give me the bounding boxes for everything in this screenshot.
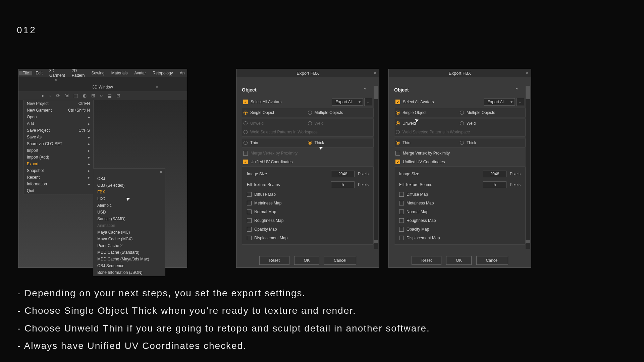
unified-uv-checkbox[interactable]: ✓ [395, 160, 400, 164]
submenu-item-bone-information-json-[interactable]: Bone Information (JSON) [93, 269, 165, 276]
metalness-map-checkbox[interactable] [247, 201, 252, 205]
menubar-item-retopology[interactable]: Retopology [149, 71, 176, 75]
tool-icon[interactable]: ⇲ [65, 93, 69, 98]
expand-button[interactable]: ⌄ [516, 98, 524, 106]
submenu-item-mdd-cache-maya-ds-max-[interactable]: MDD Cache (Maya/3ds Max) [93, 256, 165, 262]
submenu-item-maya-cache-mc-[interactable]: Maya Cache (MC) [93, 229, 165, 236]
close-icon[interactable]: ✕ [525, 71, 528, 75]
tool-icon[interactable]: ◐ [83, 93, 87, 98]
normal-map-checkbox[interactable] [399, 209, 404, 214]
menubar-item-sewing[interactable]: Sewing [88, 71, 108, 75]
thin-radio[interactable] [244, 141, 248, 145]
map-label: Diffuse Map [254, 192, 276, 197]
menu-item-save-as[interactable]: Save As ▸ [23, 134, 93, 140]
menu-item-open[interactable]: Open ▸ [23, 114, 93, 120]
tool-icon[interactable]: ⊞ [91, 93, 95, 98]
fill-texture-input[interactable]: 5 [483, 181, 506, 188]
displacement-map-checkbox[interactable] [399, 236, 404, 240]
menu-item-new-project[interactable]: New ProjectCtrl+N [23, 100, 93, 107]
menu-item-add[interactable]: Add ▸ [23, 120, 93, 127]
menubar-item-an[interactable]: An [176, 71, 188, 75]
submenu-item-maya-cache-mcx-[interactable]: Maya Cache (MCX) [93, 236, 165, 242]
roughness-map-checkbox[interactable] [399, 218, 404, 223]
scrollbar[interactable] [526, 86, 530, 249]
tool-icon[interactable]: ○ [100, 93, 103, 98]
menu-item-snapshot[interactable]: Snapshot ▸ [23, 167, 93, 174]
map-label: Metalness Map [407, 201, 434, 205]
unweld-radio[interactable] [396, 121, 400, 125]
close-icon[interactable]: ✕ [373, 71, 376, 75]
multiple-objects-radio[interactable] [308, 111, 312, 115]
menu-item-quit[interactable]: Quit [23, 187, 93, 194]
diffuse-map-checkbox[interactable] [399, 192, 404, 197]
menu-item-information[interactable]: Information ▸ [23, 181, 93, 187]
submenu-item-fbx[interactable]: FBX [93, 189, 165, 195]
map-label: Opacity Map [407, 227, 429, 232]
tool-icon[interactable]: ⟳ [56, 93, 60, 98]
tool-icon[interactable]: ↕ [49, 93, 51, 98]
menubar-item-2d-pattern[interactable]: 2D Pattern [68, 68, 88, 78]
fill-texture-input[interactable]: 5 [331, 181, 355, 188]
metalness-map-checkbox[interactable] [399, 201, 404, 205]
menubar-item-3d-garment[interactable]: 3D Garment [46, 68, 68, 78]
normal-map-checkbox[interactable] [247, 209, 252, 214]
ok-button[interactable]: OK [446, 256, 471, 265]
roughness-map-checkbox[interactable] [247, 218, 252, 223]
thick-radio[interactable] [460, 141, 464, 145]
merge-vertex-checkbox[interactable] [395, 151, 400, 156]
select-all-label: Select All Avatars [403, 100, 434, 104]
menubar-item-file[interactable]: File [19, 71, 32, 75]
submenu-item-lxo[interactable]: LXO [93, 195, 165, 202]
ok-button[interactable]: OK [294, 256, 319, 265]
menubar-item-materials[interactable]: Materials [108, 71, 131, 75]
submenu-item-usd[interactable]: USD [93, 209, 165, 216]
cancel-button[interactable]: Cancel [476, 256, 508, 265]
reset-button[interactable]: Reset [259, 256, 289, 265]
scrollbar[interactable] [374, 86, 378, 249]
expand-button[interactable]: ⌄ [364, 98, 372, 106]
submenu-item-mdd-cache-standard-[interactable]: MDD Cache (Standard) [93, 249, 165, 256]
menu-item-save-project[interactable]: Save ProjectCtrl+S [23, 127, 93, 134]
export-dropdown[interactable]: Export All [332, 98, 363, 106]
export-dropdown[interactable]: Export All [484, 98, 515, 106]
tool-icon[interactable]: ⬓ [107, 93, 112, 98]
fill-texture-label: Fill Texture Seams [247, 182, 331, 187]
section-header[interactable]: Object⌃ [242, 80, 374, 96]
image-size-input[interactable]: 2048 [331, 171, 355, 177]
submenu-item-obj-selected-[interactable]: OBJ (Selected) [93, 182, 165, 189]
menu-item-recent[interactable]: Recent ▸ [23, 174, 93, 181]
tool-icon[interactable]: ⊡ [116, 93, 120, 98]
diffuse-map-checkbox[interactable] [247, 192, 252, 197]
weld-radio[interactable] [460, 121, 464, 125]
menu-item-import-add-[interactable]: Import (Add) ▸ [23, 154, 93, 161]
menu-item-new-garment[interactable]: New GarmentCtrl+Shift+N [23, 107, 93, 114]
menubar-item-avatar[interactable]: Avatar [131, 71, 149, 75]
submenu-item-alembic[interactable]: Alembic [93, 202, 165, 209]
opacity-map-checkbox[interactable] [247, 227, 252, 232]
tool-icon[interactable]: ▸ [42, 93, 44, 98]
select-all-checkbox[interactable]: ✓ [243, 100, 248, 104]
submenu-item-sansar-samd-[interactable]: Sansar (SAMD) [93, 216, 165, 222]
thick-radio[interactable] [308, 141, 312, 145]
thin-radio[interactable] [396, 141, 400, 145]
displacement-map-checkbox[interactable] [247, 236, 252, 240]
close-icon[interactable]: × [93, 169, 165, 175]
single-object-radio[interactable] [396, 111, 400, 115]
single-object-radio[interactable] [244, 111, 248, 115]
submenu-item-point-cache-[interactable]: Point Cache 2 [93, 242, 165, 249]
cancel-button[interactable]: Cancel [324, 256, 356, 265]
menu-item-share-via-clo-set[interactable]: Share via CLO-SET ▸ [23, 140, 93, 147]
select-all-checkbox[interactable]: ✓ [395, 100, 400, 104]
tool-icon[interactable]: ⬚ [73, 93, 78, 98]
opacity-map-checkbox[interactable] [399, 227, 404, 232]
multiple-objects-radio[interactable] [460, 111, 464, 115]
reset-button[interactable]: Reset [412, 256, 441, 265]
menu-item-export[interactable]: Export ▸ [23, 161, 93, 167]
submenu-item-obj[interactable]: OBJ [93, 175, 165, 182]
submenu-item-obj-sequence[interactable]: OBJ Sequence [93, 262, 165, 269]
menu-item-import[interactable]: Import ▸ [23, 147, 93, 154]
menubar-item-edit[interactable]: Edit [32, 71, 46, 75]
section-header[interactable]: Object⌃ [394, 80, 526, 96]
unified-uv-checkbox[interactable]: ✓ [243, 160, 248, 164]
image-size-input[interactable]: 2048 [483, 171, 506, 177]
